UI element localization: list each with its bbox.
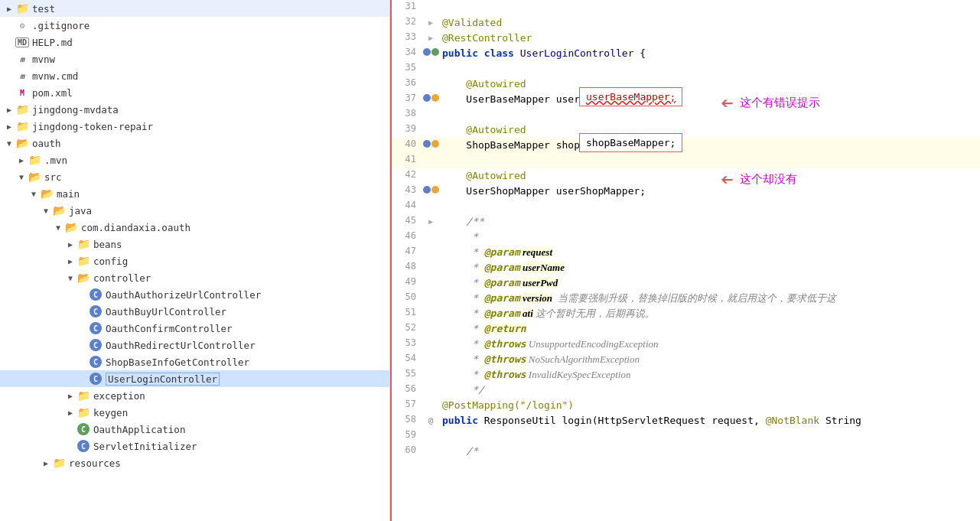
sidebar-item-mvnw-cmd[interactable]: mmvnw.cmd: [0, 67, 389, 84]
sidebar-item-com-diandaxia[interactable]: ▼📂com.diandaxia.oauth: [0, 219, 389, 236]
gutter-33: ▶: [422, 31, 439, 46]
tree-arrow-keygen: ▶: [64, 409, 77, 417]
line-number-40: 40: [392, 138, 422, 153]
tree-label-test: test: [32, 3, 55, 15]
tree-label-mvnw: mvnw: [32, 54, 55, 65]
sidebar-item-oauth-redirect[interactable]: COauthRedirectUrlController: [0, 337, 389, 353]
run2-icon: [423, 186, 439, 194]
code-line-37: 37 UserBaseMapper userBaseMapper;: [392, 92, 980, 107]
sidebar-item-controller[interactable]: ▼📂controller: [0, 269, 389, 286]
tree-icon-keygen: 📁: [77, 405, 90, 419]
sidebar-item-src[interactable]: ▼📂src: [0, 168, 389, 185]
line-number-45: 45: [392, 214, 422, 230]
sidebar-item-java[interactable]: ▼📂java: [0, 202, 389, 219]
error-popup-userbasemapper: userBaseMapper;: [579, 87, 682, 106]
line-number-55: 55: [392, 367, 422, 383]
code-content-46: *: [439, 230, 980, 245]
code-content-58: public ResponseUtil login(HttpServletReq…: [439, 413, 980, 428]
code-content-35: [439, 61, 980, 77]
code-content-60: /*: [439, 444, 980, 459]
tree-label-gitignore: .gitignore: [32, 20, 90, 31]
sidebar-item-jingdong-mvdata[interactable]: ▶📁jingdong-mvdata: [0, 101, 389, 118]
code-content-56: */: [439, 383, 980, 398]
tree-label-oauth-confirm: OauthConfirmController: [106, 323, 233, 334]
gutter-58: @: [422, 413, 439, 428]
sidebar-item-servlet-init[interactable]: CServletInitializer: [0, 438, 389, 454]
sidebar-item-mvn[interactable]: ▶📁.mvn: [0, 151, 389, 168]
gutter-50: [422, 291, 439, 306]
code-line-32: 32▶@Validated: [392, 15, 980, 31]
sidebar-item-test[interactable]: ▶📁test: [0, 0, 389, 17]
sidebar-item-main[interactable]: ▼📂main: [0, 185, 389, 202]
gutter-41: [422, 153, 439, 168]
error-text-2: shopBaseMapper;: [586, 137, 676, 148]
code-content-57: @PostMapping("/login"): [439, 398, 980, 413]
sidebar-item-gitignore[interactable]: ⚙.gitignore: [0, 17, 389, 34]
line-number-46: 46: [392, 230, 422, 245]
code-line-54: 54 * @throws NoSuchAlgorithmException: [392, 352, 980, 367]
tree-label-shop-base: ShopBaseInfoGetController: [106, 357, 249, 368]
gutter-53: [422, 337, 439, 352]
sidebar-item-beans[interactable]: ▶📁beans: [0, 236, 389, 252]
code-content-43: UserShopMapper userShopMapper;: [439, 184, 980, 199]
code-content-52: * @return: [439, 321, 980, 337]
line-number-59: 59: [392, 428, 422, 444]
tree-label-keygen: keygen: [93, 407, 128, 418]
code-content-36: @Autowired: [439, 77, 980, 92]
gutter-39: [422, 122, 439, 138]
line-number-60: 60: [392, 444, 422, 459]
sidebar-item-pom[interactable]: Mpom.xml: [0, 84, 389, 101]
gutter-32: ▶: [422, 15, 439, 31]
gutter-45: ▶: [422, 214, 439, 230]
code-content-49: * @param userPwd: [439, 275, 980, 291]
sidebar-item-exception[interactable]: ▶📁exception: [0, 387, 389, 404]
code-line-52: 52 * @return: [392, 321, 980, 337]
tree-label-servlet-init: ServletInitializer: [93, 441, 197, 452]
line-number-37: 37: [392, 92, 422, 107]
line-number-56: 56: [392, 383, 422, 398]
sidebar-item-oauth-confirm[interactable]: COauthConfirmController: [0, 320, 389, 337]
tree-arrow-com-diandaxia: ▼: [52, 223, 64, 232]
sidebar-item-oauth-buy[interactable]: COauthBuyUrlController: [0, 303, 389, 320]
sidebar-item-config[interactable]: ▶📁config: [0, 252, 389, 269]
tree-label-oauth-auth: OauthAuthorizeUrlController: [106, 289, 261, 301]
sidebar-item-help[interactable]: MDHELP.md: [0, 34, 389, 50]
tree-label-jingdong-token: jingdong-token-repair: [32, 121, 153, 132]
sidebar-item-shop-base[interactable]: CShopBaseInfoGetController: [0, 353, 389, 370]
sidebar-item-keygen[interactable]: ▶📁keygen: [0, 404, 389, 421]
code-line-38: 38: [392, 107, 980, 122]
sidebar-item-resources[interactable]: ▶📁resources: [0, 454, 389, 471]
code-table: 31 32▶@Validated33▶@RestController34publ…: [392, 0, 980, 459]
tree-icon-user-login: C: [89, 372, 103, 386]
code-content-40: ShopBaseMapper shopBaseMapper;: [439, 138, 980, 153]
gutter-52: [422, 321, 439, 337]
tree-label-controller: controller: [93, 272, 151, 284]
gutter-46: [422, 230, 439, 245]
file-tree[interactable]: ▶📁test⚙.gitignoreMDHELP.mdmmvnwmmvnw.cmd…: [0, 0, 390, 521]
line-number-36: 36: [392, 77, 422, 92]
code-line-34: 34public class UserLoginController {: [392, 46, 980, 61]
tree-label-resources: resources: [69, 458, 121, 469]
sidebar-item-oauth[interactable]: ▼📂oauth: [0, 135, 389, 151]
tree-icon-test: 📁: [15, 2, 29, 15]
line-number-42: 42: [392, 168, 422, 184]
code-line-41: 41: [392, 153, 980, 168]
tree-label-beans: beans: [93, 239, 122, 250]
sidebar-item-oauth-app[interactable]: COauthApplication: [0, 421, 389, 438]
tree-icon-exception: 📁: [77, 389, 90, 402]
sidebar-item-jingdong-token[interactable]: ▶📁jingdong-token-repair: [0, 118, 389, 135]
sidebar-item-oauth-auth[interactable]: COauthAuthorizeUrlController: [0, 286, 389, 303]
code-scroll-area[interactable]: 31 32▶@Validated33▶@RestController34publ…: [392, 0, 980, 521]
tree-arrow-resources: ▶: [40, 459, 52, 467]
tree-icon-controller: 📂: [77, 271, 90, 285]
tree-arrow-config: ▶: [64, 257, 77, 265]
sidebar-item-user-login[interactable]: CUserLoginController: [0, 370, 389, 387]
code-content-48: * @param userName: [439, 260, 980, 275]
tree-label-pom: pom.xml: [32, 87, 73, 99]
sidebar-item-mvnw[interactable]: mmvnw: [0, 50, 389, 67]
line-number-33: 33: [392, 31, 422, 46]
code-content-55: * @throws InvalidKeySpecException: [439, 367, 980, 383]
gutter-40: [422, 138, 439, 153]
tree-icon-shop-base: C: [89, 355, 103, 369]
code-content-32: @Validated: [439, 15, 980, 31]
